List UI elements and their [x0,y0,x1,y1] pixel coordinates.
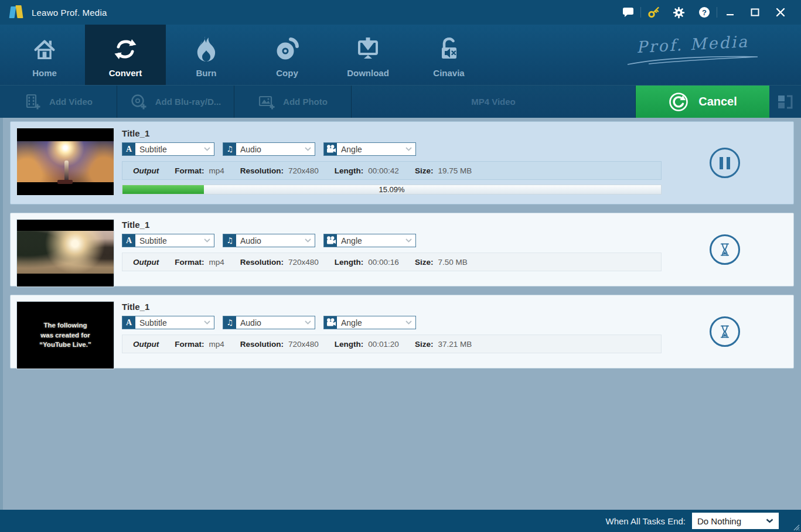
hourglass-icon [717,241,733,258]
tasks-end-value: Do Nothing [697,516,741,526]
task-row: Title_1 A Subtitle ♫ Audio Angle [10,121,794,204]
film-strip-icon [24,93,42,111]
subtitle-select[interactable]: A Subtitle [122,234,214,247]
chevron-down-icon [401,316,415,329]
register-key-icon[interactable] [641,0,666,25]
tab-download[interactable]: Download [328,25,408,85]
output-label: Output [133,258,159,267]
titlebar: Leawo Prof. Media ? [0,0,801,25]
cinavia-unlock-mute-icon [434,32,463,66]
waiting-button[interactable] [710,234,740,265]
disc-icon [130,93,148,111]
minimize-button[interactable] [717,0,742,25]
task-list: Title_1 A Subtitle ♫ Audio Angle [0,118,801,510]
audio-select-value: Audio [236,316,301,329]
format-value: mp4 [209,258,224,267]
size-label: Size: [415,166,434,175]
video-thumbnail [16,219,114,287]
chevron-down-icon [401,234,415,247]
resolution-value: 720x480 [288,340,319,349]
subtitle-select-value: Subtitle [135,143,200,155]
angle-camera-icon [324,143,337,155]
resolution-label: Resolution: [240,258,284,267]
tab-burn[interactable]: Burn [166,25,247,85]
cancel-label: Cancel [698,95,737,108]
task-row: Title_1 A Subtitle ♫ Audio Angle [10,213,794,287]
add-photo-button[interactable]: Add Photo [234,86,352,118]
task-title: Title_1 [122,302,662,312]
audio-note-icon: ♫ [223,234,236,247]
maximize-button[interactable] [742,0,768,25]
format-label: Format: [175,258,204,267]
task-title: Title_1 [122,220,662,230]
size-label: Size: [415,258,434,267]
audio-select[interactable]: ♫ Audio [223,316,315,329]
add-video-button[interactable]: Add Video [0,86,117,118]
subtitle-select[interactable]: A Subtitle [122,142,214,156]
pause-icon [720,157,723,169]
tab-convert[interactable]: Convert [85,25,166,85]
panel-toggle-icon[interactable] [769,86,801,118]
tab-copy[interactable]: Copy [247,25,328,85]
cancel-convert-icon [668,91,689,112]
tab-home[interactable]: Home [4,25,85,85]
brand-script: Prof. Media [625,35,760,69]
home-icon [30,32,59,66]
format-label: Format: [175,340,204,349]
cancel-button[interactable]: Cancel [636,86,769,118]
tab-home-label: Home [32,68,57,78]
subtitle-select[interactable]: A Subtitle [122,316,214,329]
angle-select[interactable]: Angle [323,142,416,156]
video-thumbnail [16,128,114,196]
brand-swoosh [625,53,760,66]
audio-note-icon: ♫ [223,143,236,155]
preset-selector[interactable]: MP4 Video [352,86,636,118]
settings-gear-icon[interactable] [666,0,691,25]
audio-note-icon: ♫ [223,316,236,329]
tab-download-label: Download [347,68,389,78]
app-title: Leawo Prof. Media [32,8,107,18]
leawo-logo-icon [8,5,26,20]
length-label: Length: [335,340,364,349]
thumbnail-caption: The following was created for “YouTube L… [17,302,114,369]
tasks-end-label: When All Tasks End: [606,516,686,526]
progress-bar: 15.09% [122,185,662,195]
angle-camera-icon [324,234,337,247]
size-value: 19.75 MB [438,166,472,175]
status-bar: When All Tasks End: Do Nothing [0,510,801,532]
task-title: Title_1 [122,128,662,138]
audio-select[interactable]: ♫ Audio [223,142,315,156]
output-info: Output Format:mp4 Resolution:720x480 Len… [122,161,662,180]
tab-cinavia[interactable]: Cinavia [408,25,489,85]
chevron-down-icon [301,143,315,155]
angle-select[interactable]: Angle [323,316,416,329]
angle-select-value: Angle [337,234,401,247]
angle-select[interactable]: Angle [323,234,416,247]
tasks-end-select[interactable]: Do Nothing [692,513,779,529]
size-value: 7.50 MB [438,258,467,267]
chevron-down-icon [401,143,415,155]
length-label: Length: [335,166,364,175]
close-button[interactable] [768,0,793,25]
resolution-label: Resolution: [240,340,284,349]
add-bluray-button[interactable]: Add Blu-ray/D... [117,86,234,118]
size-value: 37.21 MB [438,340,472,349]
audio-select[interactable]: ♫ Audio [223,234,315,247]
add-video-label: Add Video [49,97,93,107]
resolution-value: 720x480 [288,258,319,267]
pause-button[interactable] [710,148,740,178]
chevron-down-icon [200,316,214,329]
chevron-down-icon [301,316,315,329]
audio-select-value: Audio [236,143,301,155]
subtitle-icon: A [122,143,135,155]
output-label: Output [133,340,159,349]
length-value: 00:00:16 [368,258,399,267]
feedback-icon[interactable] [615,0,640,25]
waiting-button[interactable] [710,316,740,347]
format-label: Format: [175,166,204,175]
chevron-down-icon [200,234,214,247]
help-icon[interactable]: ? [691,0,717,25]
resize-grip[interactable] [792,523,800,531]
subtitle-select-value: Subtitle [135,316,200,329]
tab-convert-label: Convert [109,68,142,78]
